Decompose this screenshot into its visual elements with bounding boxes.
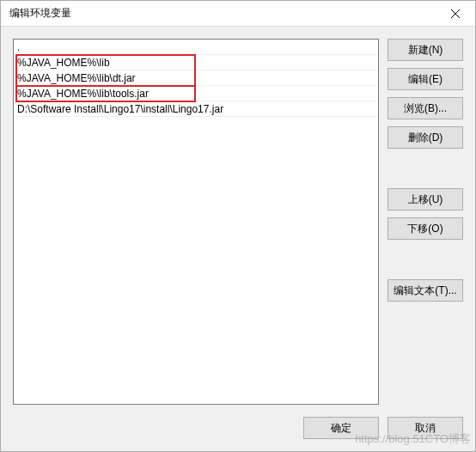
spacer [388, 247, 463, 272]
list-item[interactable]: D:\Software Install\Lingo17\install\Ling… [14, 101, 378, 117]
titlebar: 编辑环境变量 [1, 1, 475, 27]
spacer [388, 156, 463, 181]
list-item[interactable]: %JAVA_HOME%\lib\tools.jar [14, 86, 378, 101]
dialog-content: . %JAVA_HOME%\lib %JAVA_HOME%\lib\dt.jar… [1, 27, 475, 451]
path-listbox[interactable]: . %JAVA_HOME%\lib %JAVA_HOME%\lib\dt.jar… [13, 39, 379, 405]
main-area: . %JAVA_HOME%\lib %JAVA_HOME%\lib\dt.jar… [13, 39, 463, 405]
cancel-button[interactable]: 取消 [388, 417, 463, 439]
ok-button[interactable]: 确定 [303, 417, 379, 439]
movedown-button[interactable]: 下移(O) [388, 217, 463, 240]
new-button[interactable]: 新建(N) [388, 39, 463, 61]
window-title: 编辑环境变量 [9, 6, 71, 21]
bottom-button-panel: 确定 取消 [13, 405, 463, 439]
moveup-button[interactable]: 上移(U) [388, 188, 463, 211]
edit-button[interactable]: 编辑(E) [388, 68, 463, 90]
close-icon [451, 9, 460, 18]
delete-button[interactable]: 删除(D) [388, 126, 463, 149]
side-button-panel: 新建(N) 编辑(E) 浏览(B)... 删除(D) 上移(U) 下移(O) 编… [388, 39, 463, 405]
list-item[interactable]: . [14, 40, 378, 55]
dialog-window: 编辑环境变量 . %JAVA_HOME%\lib %JAVA_HOME%\lib… [0, 0, 476, 452]
list-item[interactable]: %JAVA_HOME%\lib\dt.jar [14, 70, 378, 86]
edittext-button[interactable]: 编辑文本(T)... [388, 279, 463, 302]
list-item[interactable]: %JAVA_HOME%\lib [14, 55, 378, 70]
browse-button[interactable]: 浏览(B)... [388, 97, 463, 119]
close-button[interactable] [436, 1, 475, 27]
